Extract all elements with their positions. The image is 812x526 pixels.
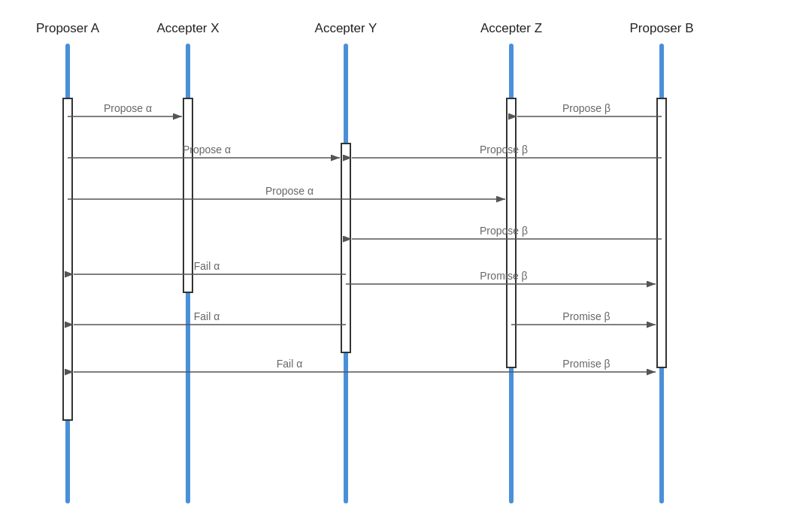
svg-text:Fail α: Fail α — [194, 310, 220, 322]
svg-text:Promise β: Promise β — [562, 310, 610, 322]
arrows-svg: Propose αPropose βPropose αPropose βProp… — [0, 0, 812, 526]
svg-text:Fail α: Fail α — [277, 358, 303, 370]
svg-text:Fail α: Fail α — [194, 260, 220, 272]
svg-text:Propose α: Propose α — [104, 102, 152, 114]
svg-text:Propose α: Propose α — [183, 144, 231, 156]
svg-text:Propose β: Propose β — [480, 225, 528, 237]
svg-text:Propose β: Propose β — [562, 102, 611, 114]
sequence-diagram: Proposer AAccepter XAccepter YAccepter Z… — [0, 0, 812, 526]
svg-text:Propose α: Propose α — [265, 185, 314, 197]
svg-text:Promise β: Promise β — [480, 270, 527, 282]
svg-text:Promise β: Promise β — [562, 358, 610, 370]
svg-text:Propose β: Propose β — [480, 144, 528, 156]
